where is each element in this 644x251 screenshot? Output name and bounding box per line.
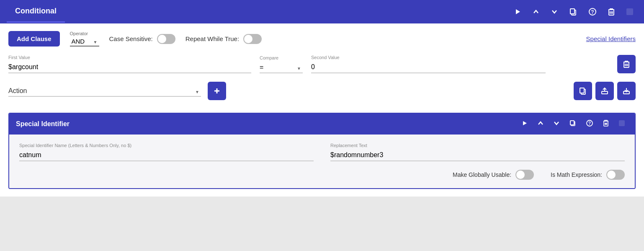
make-globally-usable-label: Make Globally Usable: [453,171,511,178]
action-select[interactable]: Action [8,85,201,97]
make-globally-usable-group: Make Globally Usable: [453,170,534,180]
svg-marker-22 [523,121,527,125]
case-sensitive-group: Case Sensitive: [109,34,175,44]
case-sensitive-toggle[interactable] [157,34,175,44]
disabled-button [622,6,637,18]
move-down-button[interactable] [547,6,562,18]
first-value-input[interactable] [8,62,251,73]
sub-down-button[interactable] [550,119,563,129]
make-globally-usable-toggle[interactable] [515,170,534,180]
operator-label: Operator [70,31,99,36]
title-bar: Conditional ? [0,0,644,23]
repeat-while-true-toggle[interactable] [243,34,262,44]
add-action-button[interactable] [208,82,226,100]
sub-play-button[interactable] [518,119,531,129]
sub-panel-bottom-row: Make Globally Usable: Is Math Expression… [19,170,625,180]
is-math-expression-label: Is Math Expression: [551,171,602,178]
operator-wrapper: AND OR [70,37,99,47]
help-button[interactable]: ? [585,5,600,18]
svg-rect-2 [570,9,574,14]
is-math-expression-group: Is Math Expression: [551,170,625,180]
compare-label: Compare [260,55,303,60]
second-value-input[interactable] [311,62,546,73]
title-bar-title: Conditional [7,1,65,23]
main-content: Add Clause Operator AND OR Case Sensitiv… [0,23,644,197]
second-value-group: Second Value [311,55,546,73]
action-import-button[interactable] [617,82,636,100]
sub-help-button[interactable]: ? [583,118,596,130]
title-bar-actions: ? [510,5,637,18]
operator-select[interactable]: AND OR [70,37,99,47]
sub-panel-title: Special Identifier [16,120,70,128]
operator-group: Operator AND OR [70,31,99,47]
svg-rect-20 [602,91,608,94]
compare-select[interactable]: = != < > <= >= Contains Starts With Ends… [260,62,303,73]
compare-wrapper: = != < > <= >= Contains Starts With Ends… [260,62,303,73]
repeat-while-true-label: Repeat While True: [185,35,239,42]
sub-panel-actions: ? [518,118,628,130]
copy-button[interactable] [565,5,581,18]
sub-delete-button[interactable] [600,118,612,130]
sub-panel-special-identifier: Special Identifier [8,113,636,189]
is-math-expression-toggle[interactable] [606,170,625,180]
svg-text:?: ? [588,121,591,126]
app-container: Conditional ? [0,0,644,197]
move-up-button[interactable] [528,6,544,18]
svg-rect-18 [580,88,584,93]
first-value-label: First Value [8,55,251,60]
case-sensitive-label: Case Sensitive: [109,35,153,42]
replacement-text-label: Replacement Text [330,143,625,148]
svg-text:?: ? [591,9,594,15]
special-identifier-name-label: Special Identifier Name (Letters & Numbe… [19,143,314,148]
compare-group: Compare = != < > <= >= Contains Starts W… [260,55,303,73]
action-row: Action [8,82,636,104]
add-clause-button[interactable]: Add Clause [8,31,60,47]
replacement-text-input[interactable] [330,150,625,161]
action-export-button[interactable] [595,82,614,100]
special-identifiers-link[interactable]: Special Identifiers [586,35,636,42]
second-value-label: Second Value [311,55,546,60]
special-identifier-name-group: Special Identifier Name (Letters & Numbe… [19,143,314,161]
replacement-text-group: Replacement Text [330,143,625,161]
special-identifier-name-input[interactable] [19,150,314,161]
action-wrapper: Action [8,85,201,97]
repeat-while-true-group: Repeat While True: [185,34,262,44]
fields-row: First Value Compare = != < > <= >= Conta… [8,55,636,73]
sub-disabled-button [616,119,628,129]
controls-row: Add Clause Operator AND OR Case Sensitiv… [8,31,636,47]
sub-panel-header: Special Identifier [9,114,635,135]
delete-button[interactable] [604,5,619,18]
svg-rect-24 [570,121,574,125]
sub-panel-fields-row: Special Identifier Name (Letters & Numbe… [19,143,625,161]
svg-rect-10 [626,8,633,15]
play-button[interactable] [510,6,525,18]
row-delete-button[interactable] [617,55,636,73]
svg-marker-0 [516,9,520,14]
action-icon-buttons [574,82,636,100]
svg-rect-32 [619,120,625,126]
first-value-group: First Value [8,55,251,73]
action-copy-button[interactable] [574,82,592,100]
sub-copy-button[interactable] [566,118,580,130]
sub-panel-body: Special Identifier Name (Letters & Numbe… [9,135,635,188]
sub-up-button[interactable] [534,119,547,129]
